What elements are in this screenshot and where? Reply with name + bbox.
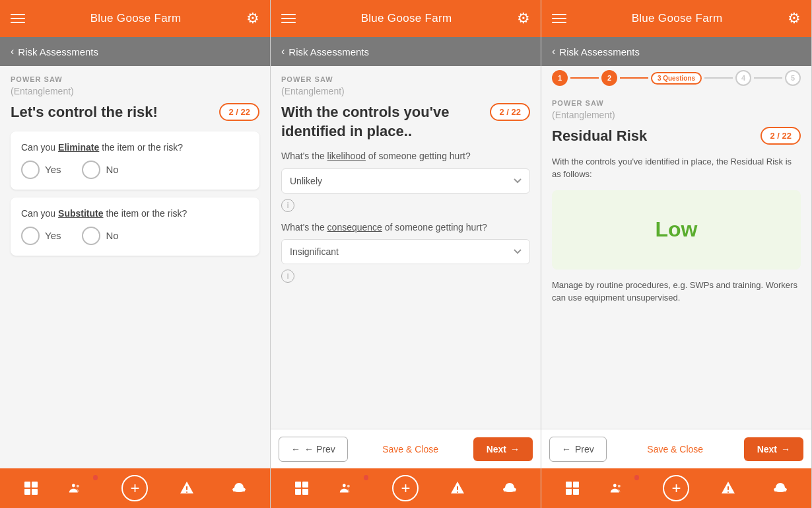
svg-point-25 [618, 485, 621, 488]
breadcrumb-text-2: Risk Assessments [288, 46, 369, 57]
likelihood-select[interactable]: Unlikely Possible Likely Almost Certain [281, 168, 530, 194]
tab-warning-2[interactable] [443, 474, 472, 503]
likelihood-label: What's the likelihood of someone getting… [281, 150, 530, 163]
settings-icon-1[interactable]: ⚙ [246, 10, 259, 27]
substitute-yes-radio[interactable] [21, 227, 40, 245]
category-label-1: POWER SAW [11, 75, 259, 83]
page-title-2: With the controls you've identified in p… [281, 103, 483, 141]
add-circle-icon-1[interactable]: + [121, 475, 148, 501]
svg-rect-12 [295, 489, 301, 495]
next-button-2[interactable]: Next → [473, 437, 533, 461]
tab-people-2[interactable] [339, 474, 368, 503]
settings-icon-3[interactable]: ⚙ [788, 10, 801, 27]
svg-rect-9 [233, 490, 245, 491]
page-title-3: Residual Risk [552, 127, 754, 146]
tab-grid-1[interactable] [17, 474, 46, 503]
title-row-1: Let's control the risk! 2 / 22 [11, 103, 259, 122]
app-title-2: Blue Goose Farm [361, 12, 452, 25]
hamburger-menu-icon-3[interactable] [552, 14, 566, 23]
eliminate-no-radio[interactable] [82, 161, 100, 179]
substitute-yes-option[interactable]: Yes [21, 227, 61, 245]
step-3-label: 3 Questions [651, 72, 702, 85]
badge-2: 2 / 22 [490, 103, 530, 121]
svg-rect-11 [302, 482, 308, 488]
tab-add-2[interactable]: + [391, 474, 420, 503]
add-circle-icon-3[interactable]: + [663, 475, 689, 501]
substitute-no-label: No [106, 230, 118, 241]
svg-point-24 [613, 484, 617, 488]
tab-hat-3[interactable] [766, 474, 795, 503]
substitute-no-radio[interactable] [82, 227, 100, 245]
tab-people-3[interactable] [610, 474, 639, 503]
substitute-no-option[interactable]: No [82, 227, 118, 245]
prev-button-3[interactable]: ← Prev [549, 437, 607, 462]
subcategory-label-2: (Entanglement) [281, 86, 530, 96]
back-arrow-2[interactable]: ‹ [281, 46, 285, 57]
header-2: Blue Goose Farm ⚙ [271, 0, 541, 37]
prev-button-2[interactable]: ← ← Prev [279, 437, 348, 462]
prev-label-2: ← Prev [304, 444, 335, 454]
tab-hat-1[interactable] [224, 474, 254, 503]
svg-rect-10 [295, 482, 301, 488]
likelihood-info-icon[interactable]: i [281, 199, 294, 212]
content-2: POWER SAW (Entanglement) With the contro… [271, 66, 541, 429]
tab-hat-2[interactable] [495, 474, 524, 503]
hamburger-menu-icon-2[interactable] [281, 14, 296, 23]
back-arrow-1[interactable]: ‹ [11, 46, 14, 57]
prev-icon-3: ← [562, 444, 571, 454]
svg-rect-2 [24, 489, 30, 495]
tab-add-3[interactable]: + [661, 474, 691, 503]
prev-label-3: Prev [575, 444, 594, 454]
hamburger-menu-icon[interactable] [11, 14, 25, 23]
tab-add-1[interactable]: + [120, 474, 149, 503]
tab-grid-2[interactable] [287, 474, 316, 503]
panel-3: Blue Goose Farm ⚙ ‹ Risk Assessments 1 2… [541, 0, 812, 508]
subcategory-label-3: (Entanglement) [552, 110, 801, 120]
eliminate-no-option[interactable]: No [82, 161, 118, 179]
prev-icon-2: ← [291, 444, 300, 454]
tab-warning-3[interactable] [714, 474, 743, 503]
save-close-button-3[interactable]: Save & Close [647, 444, 703, 454]
eliminate-no-label: No [106, 164, 118, 175]
step-1: 1 [552, 70, 568, 86]
breadcrumb-bar-3: ‹ Risk Assessments [541, 37, 811, 66]
svg-rect-29 [774, 490, 786, 491]
page-title-1: Let's control the risk! [11, 103, 213, 122]
header-3: Blue Goose Farm ⚙ [541, 0, 811, 37]
svg-point-15 [347, 485, 350, 488]
save-close-button-2[interactable]: Save & Close [382, 444, 438, 454]
tab-grid-3[interactable] [558, 474, 587, 503]
settings-icon-2[interactable]: ⚙ [517, 10, 530, 27]
tab-warning-1[interactable] [172, 474, 201, 503]
tab-people-1[interactable] [69, 474, 98, 503]
header-1: Blue Goose Farm ⚙ [0, 0, 270, 37]
next-arrow-icon-3: → [781, 444, 790, 454]
svg-point-4 [72, 484, 75, 488]
title-row-3: Residual Risk 2 / 22 [552, 127, 801, 146]
svg-point-14 [343, 484, 346, 488]
svg-rect-13 [302, 489, 308, 495]
svg-rect-6 [186, 486, 187, 490]
add-circle-icon-2[interactable]: + [392, 475, 419, 501]
eliminate-yes-option[interactable]: Yes [21, 161, 61, 179]
breadcrumb-bar-1: ‹ Risk Assessments [0, 37, 270, 66]
step-line-2-3 [620, 77, 648, 79]
badge-1: 2 / 22 [219, 103, 259, 121]
svg-rect-1 [32, 482, 38, 488]
eliminate-card: Can you Eliminate the item or the risk? … [11, 131, 259, 190]
risk-level-value: Low [656, 217, 698, 242]
app-title-1: Blue Goose Farm [90, 12, 182, 25]
substitute-yes-label: Yes [45, 230, 61, 241]
consequence-info-icon[interactable]: i [281, 270, 294, 283]
svg-rect-7 [186, 491, 187, 493]
eliminate-yes-radio[interactable] [21, 161, 40, 179]
next-button-3[interactable]: Next → [744, 437, 803, 461]
content-1: POWER SAW (Entanglement) Let's control t… [0, 66, 270, 468]
footer-nav-2: ← ← Prev Save & Close Next → [271, 429, 541, 468]
substitute-card: Can you Substitute the item or the risk?… [11, 198, 259, 256]
back-arrow-3[interactable]: ‹ [552, 46, 555, 57]
panel-1: Blue Goose Farm ⚙ ‹ Risk Assessments POW… [0, 0, 271, 508]
next-label-3: Next [757, 444, 777, 454]
tab-bar-2: + [271, 468, 541, 508]
consequence-select[interactable]: Insignificant Minor Moderate Major Catas… [281, 239, 530, 264]
